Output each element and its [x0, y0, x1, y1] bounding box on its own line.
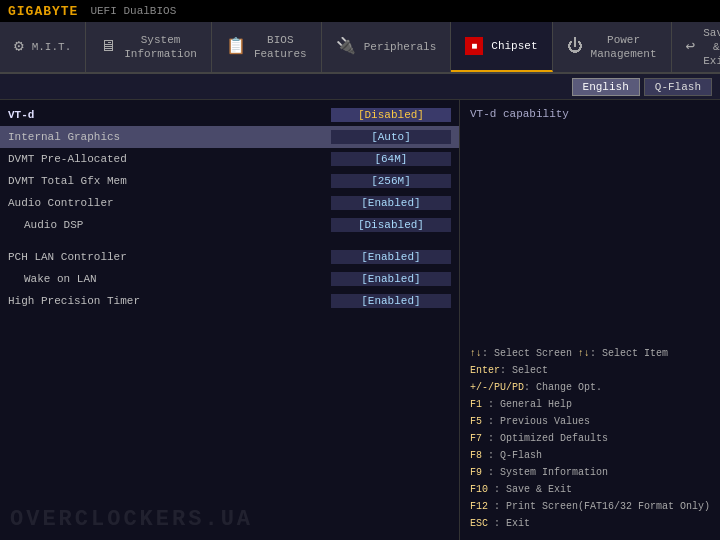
row-vtd[interactable]: VT-d [Disabled]	[0, 104, 459, 126]
help-area: ↑↓: Select Screen ↑↓: Select Item Enter:…	[470, 345, 710, 532]
tab-peripherals[interactable]: 🔌 Peripherals	[322, 22, 452, 72]
vtd-value: [Disabled]	[331, 108, 451, 122]
row-wake-on-lan[interactable]: Wake on LAN [Enabled]	[0, 268, 459, 290]
save-icon: ↩	[686, 37, 696, 58]
hpt-value: [Enabled]	[331, 294, 451, 308]
help-f10: F10 : Save & Exit	[470, 481, 710, 498]
tab-power-management[interactable]: ⏻ PowerManagement	[553, 22, 672, 72]
nav-key: ↑↓	[470, 348, 482, 359]
help-f7: F7 : Optimized Defaults	[470, 430, 710, 447]
tab-save-exit[interactable]: ↩ Save & Exit	[672, 22, 720, 72]
dualbios-label: UEFI DualBIOS	[90, 5, 176, 17]
brand-logo: GIGABYTE	[8, 4, 78, 19]
audio-dsp-label: Audio DSP	[8, 219, 331, 231]
audio-dsp-value: [Disabled]	[331, 218, 451, 232]
chipset-icon: ■	[465, 37, 483, 55]
nav-tabs: ⚙ M.I.T. 🖥 SystemInformation 📋 BIOSFeatu…	[0, 22, 720, 74]
lang-bar: English Q-Flash	[0, 74, 720, 100]
qflash-button[interactable]: Q-Flash	[644, 78, 712, 96]
help-esc: ESC : Exit	[470, 515, 710, 532]
wake-on-lan-value: [Enabled]	[331, 272, 451, 286]
hpt-label: High Precision Timer	[8, 295, 331, 307]
row-dvmt-pre[interactable]: DVMT Pre-Allocated [64M]	[0, 148, 459, 170]
divider-1	[0, 236, 459, 246]
tab-sysinfo-label: SystemInformation	[124, 33, 197, 62]
tab-power-label: PowerManagement	[591, 33, 657, 62]
dvmt-total-value: [256M]	[331, 174, 451, 188]
vtd-label: VT-d	[8, 109, 331, 121]
power-icon: ⏻	[567, 37, 583, 58]
tab-bios-features[interactable]: 📋 BIOSFeatures	[212, 22, 322, 72]
main-content: VT-d [Disabled] Internal Graphics [Auto]…	[0, 100, 720, 540]
mit-icon: ⚙	[14, 37, 24, 58]
right-panel: VT-d capability ↑↓: Select Screen ↑↓: Se…	[460, 100, 720, 540]
help-f1: F1 : General Help	[470, 396, 710, 413]
row-pch-lan[interactable]: PCH LAN Controller [Enabled]	[0, 246, 459, 268]
internal-graphics-value: [Auto]	[331, 130, 451, 144]
pch-lan-label: PCH LAN Controller	[8, 251, 331, 263]
dvmt-pre-label: DVMT Pre-Allocated	[8, 153, 331, 165]
tab-mit-label: M.I.T.	[32, 40, 72, 54]
tab-save-label: Save & Exit	[703, 26, 720, 69]
tab-bios-label: BIOSFeatures	[254, 33, 307, 62]
help-change: +/-/PU/PD: Change Opt.	[470, 379, 710, 396]
dvmt-total-label: DVMT Total Gfx Mem	[8, 175, 331, 187]
left-panel: VT-d [Disabled] Internal Graphics [Auto]…	[0, 100, 460, 540]
sysinfo-icon: 🖥	[100, 37, 116, 58]
audio-controller-label: Audio Controller	[8, 197, 331, 209]
english-button[interactable]: English	[572, 78, 640, 96]
pch-lan-value: [Enabled]	[331, 250, 451, 264]
dvmt-pre-value: [64M]	[331, 152, 451, 166]
help-f9: F9 : System Information	[470, 464, 710, 481]
bios-icon: 📋	[226, 37, 246, 58]
tab-chipset-label: Chipset	[491, 39, 537, 53]
audio-controller-value: [Enabled]	[331, 196, 451, 210]
row-audio-controller[interactable]: Audio Controller [Enabled]	[0, 192, 459, 214]
row-internal-graphics[interactable]: Internal Graphics [Auto]	[0, 126, 459, 148]
wake-on-lan-label: Wake on LAN	[8, 273, 331, 285]
tab-periph-label: Peripherals	[364, 40, 437, 54]
help-f8: F8 : Q-Flash	[470, 447, 710, 464]
internal-graphics-label: Internal Graphics	[8, 131, 331, 143]
row-audio-dsp[interactable]: Audio DSP [Disabled]	[0, 214, 459, 236]
tab-mit[interactable]: ⚙ M.I.T.	[0, 22, 86, 72]
row-dvmt-total[interactable]: DVMT Total Gfx Mem [256M]	[0, 170, 459, 192]
help-navigate: ↑↓: Select Screen ↑↓: Select Item	[470, 345, 710, 362]
periph-icon: 🔌	[336, 37, 356, 58]
capability-text: VT-d capability	[470, 108, 710, 120]
help-f5: F5 : Previous Values	[470, 413, 710, 430]
help-f12: F12 : Print Screen(FAT16/32 Format Only)	[470, 498, 710, 515]
help-enter: Enter: Select	[470, 362, 710, 379]
top-bar: GIGABYTE UEFI DualBIOS	[0, 0, 720, 22]
tab-system-information[interactable]: 🖥 SystemInformation	[86, 22, 212, 72]
tab-chipset[interactable]: ■ Chipset	[451, 22, 552, 72]
row-hpt[interactable]: High Precision Timer [Enabled]	[0, 290, 459, 312]
